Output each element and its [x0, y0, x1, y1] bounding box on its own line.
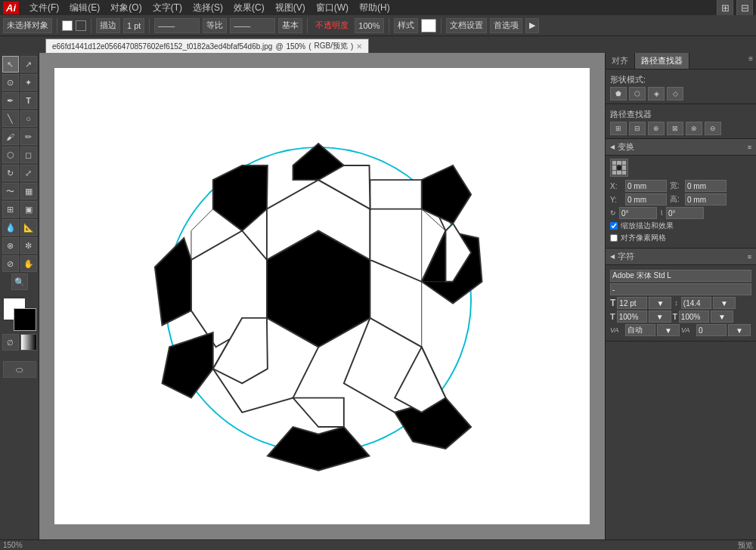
- color-box: [3, 298, 36, 331]
- menu-select[interactable]: 选择(S): [188, 1, 228, 15]
- graph-tool[interactable]: ▦: [20, 183, 37, 199]
- line-end-dropdown[interactable]: ——: [230, 18, 275, 33]
- ellipse-tool[interactable]: ○: [20, 110, 37, 127]
- shear-icon: ⌇: [660, 209, 663, 217]
- canvas-area[interactable]: [39, 53, 605, 539]
- leading-input[interactable]: [681, 297, 711, 309]
- direct-selection-tool[interactable]: ↗: [20, 56, 37, 73]
- warp-tool[interactable]: 〜: [2, 183, 19, 199]
- transform-reference-point[interactable]: [610, 159, 628, 177]
- zoom-tool[interactable]: 🔍: [11, 273, 28, 290]
- scale-strokes-label: 缩放描边和效果: [621, 221, 674, 231]
- mesh-tool[interactable]: ⊞: [2, 201, 19, 218]
- drawing-mode-btn[interactable]: ⬭: [3, 361, 36, 378]
- type-tool[interactable]: T: [20, 92, 37, 109]
- kerning-dropdown[interactable]: ▼: [728, 324, 751, 336]
- font-family-input[interactable]: [610, 270, 751, 282]
- selection-tool[interactable]: ↖: [2, 56, 19, 73]
- pen-tool[interactable]: ✒: [2, 92, 19, 109]
- tab-close-btn[interactable]: ✕: [356, 42, 362, 51]
- menu-object[interactable]: 对象(O): [106, 1, 146, 15]
- opacity-value[interactable]: 100%: [355, 18, 383, 33]
- slice-tool[interactable]: ⊘: [2, 255, 19, 272]
- measure-tool[interactable]: 📐: [20, 219, 37, 236]
- gradient-tool[interactable]: ▣: [20, 201, 37, 218]
- transform-panel-header[interactable]: ◀ 变换 ≡: [606, 139, 756, 156]
- width-label: 宽:: [670, 181, 682, 191]
- y-input[interactable]: [625, 193, 667, 205]
- font-style-input[interactable]: [610, 283, 751, 295]
- intersect-btn[interactable]: ◈: [648, 87, 665, 100]
- panel-expand-icon: ≡: [748, 144, 751, 151]
- stroke-swatch[interactable]: [76, 20, 86, 31]
- scale-strokes-checkbox[interactable]: [610, 222, 618, 230]
- v-scale-input[interactable]: [679, 311, 709, 323]
- document-tab[interactable]: e66fd1441d12e0566470857602ef6152_t0182a3…: [45, 39, 369, 53]
- doc-settings-btn[interactable]: 文档设置: [446, 18, 487, 33]
- magic-wand-tool[interactable]: ✦: [20, 74, 37, 91]
- exclude-btn[interactable]: ◇: [667, 87, 683, 100]
- stroke-width-input[interactable]: 1 pt: [123, 18, 144, 33]
- outline-btn[interactable]: ⊗: [686, 122, 702, 135]
- lasso-tool[interactable]: ⊙: [2, 74, 19, 91]
- panel-menu-btn[interactable]: ≡: [745, 53, 756, 69]
- unite-btn[interactable]: ⬟: [610, 87, 627, 100]
- fill-swatch[interactable]: [62, 20, 73, 31]
- menu-file[interactable]: 文件(F): [25, 1, 64, 15]
- char-collapse-icon: ◀: [610, 253, 615, 260]
- minus-back-btn[interactable]: ⊖: [705, 122, 721, 135]
- style-swatch[interactable]: [421, 19, 436, 32]
- paintbrush-tool[interactable]: 🖌: [2, 128, 19, 145]
- font-size-dropdown[interactable]: ▼: [649, 297, 671, 309]
- hand-tool[interactable]: ✋: [20, 255, 37, 272]
- align-pathfinder-tabs: 对齐 路径查找器 ≡: [606, 53, 756, 70]
- align-pixel-checkbox[interactable]: [610, 234, 618, 242]
- font-size-input[interactable]: [617, 297, 647, 309]
- view-options-icon[interactable]: ⊟: [736, 0, 753, 16]
- line-tool[interactable]: ╲: [2, 110, 19, 127]
- menu-effect[interactable]: 效果(C): [229, 1, 269, 15]
- merge-btn[interactable]: ⊕: [648, 122, 665, 135]
- h-scale-input[interactable]: [617, 311, 647, 323]
- menu-edit[interactable]: 编辑(E): [65, 1, 104, 15]
- eyedropper-tool[interactable]: 💧: [2, 219, 19, 236]
- align-tab[interactable]: 对齐: [606, 53, 635, 69]
- v-scale-dropdown[interactable]: ▼: [711, 311, 733, 323]
- tracking-dropdown[interactable]: ▼: [657, 324, 680, 336]
- kerning-input[interactable]: [696, 324, 727, 336]
- tracking-input[interactable]: [625, 324, 655, 336]
- x-input[interactable]: [625, 180, 667, 192]
- eraser-tool[interactable]: ◻: [20, 147, 37, 163]
- line-style-dropdown[interactable]: ——: [154, 18, 200, 33]
- menu-help[interactable]: 帮助(H): [355, 1, 395, 15]
- blend-tool[interactable]: ⊗: [2, 237, 19, 254]
- none-icon[interactable]: ∅: [2, 334, 19, 351]
- shear-input[interactable]: [666, 207, 704, 219]
- pencil-tool[interactable]: ✏: [20, 128, 37, 145]
- rotate-input[interactable]: [619, 207, 657, 219]
- menu-window[interactable]: 窗口(W): [311, 1, 353, 15]
- symbol-tool[interactable]: ✼: [20, 237, 37, 254]
- width-input[interactable]: [685, 180, 727, 192]
- blob-brush-tool[interactable]: ⬡: [2, 147, 19, 163]
- trim-btn[interactable]: ⊟: [629, 122, 646, 135]
- menu-view[interactable]: 视图(V): [271, 1, 310, 15]
- crop-btn[interactable]: ⊠: [667, 122, 683, 135]
- workspace-icon[interactable]: ⊞: [717, 0, 733, 16]
- rotate-tool[interactable]: ↻: [2, 165, 19, 181]
- char-panel-header[interactable]: ◀ 字符 ≡: [606, 249, 756, 265]
- more-options-btn[interactable]: ▶: [525, 18, 539, 33]
- menu-type[interactable]: 文字(T): [148, 1, 187, 15]
- divide-btn[interactable]: ⊞: [610, 122, 627, 135]
- tracking-row: VA ▼ VA ▼: [610, 324, 751, 336]
- stroke-color-box[interactable]: [14, 308, 36, 331]
- height-input[interactable]: [685, 193, 727, 205]
- gradient-icon[interactable]: [20, 334, 37, 351]
- minus-front-btn[interactable]: ⬡: [629, 87, 646, 100]
- preferences-btn[interactable]: 首选项: [490, 18, 522, 33]
- scale-tool[interactable]: ⤢: [20, 165, 37, 181]
- h-scale-dropdown[interactable]: ▼: [649, 311, 671, 323]
- pathfinder-tab[interactable]: 路径查找器: [635, 53, 689, 69]
- tool-row-8: 〜 ▦: [2, 183, 37, 199]
- leading-dropdown[interactable]: ▼: [713, 297, 736, 309]
